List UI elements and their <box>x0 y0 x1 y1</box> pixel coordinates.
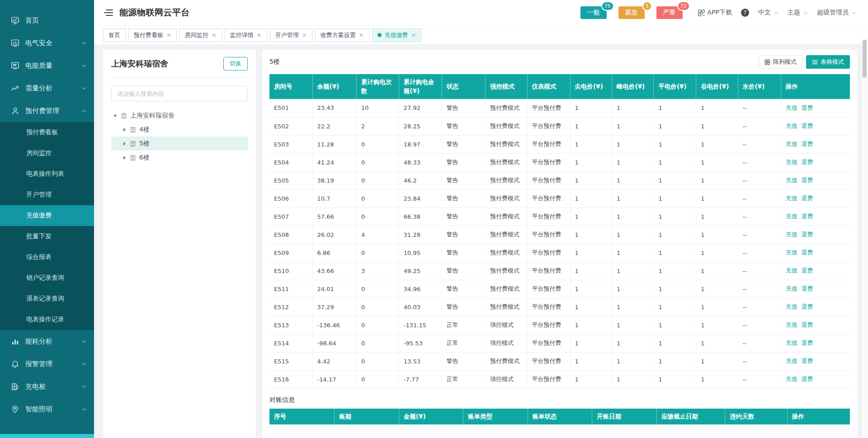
tree-search-input[interactable] <box>111 86 248 101</box>
sidebar-item-能耗分析[interactable]: 能耗分析 <box>0 330 94 353</box>
action-充值[interactable]: 充值 <box>786 285 797 292</box>
tab-收费方案设置[interactable]: 收费方案设置× <box>315 28 369 42</box>
cell-water: -- <box>738 316 781 334</box>
action-退费[interactable]: 退费 <box>802 339 813 346</box>
cell-valley: 1 <box>696 334 738 352</box>
action-充值[interactable]: 充值 <box>786 231 797 238</box>
sidebar-item-充电桩[interactable]: 充电桩 <box>0 375 94 398</box>
action-充值[interactable]: 充值 <box>786 141 797 147</box>
action-退费[interactable]: 退费 <box>802 141 813 147</box>
cell-amount: 27.92 <box>399 99 442 117</box>
action-充值[interactable]: 充值 <box>786 177 797 184</box>
submenu-item-预付费看板[interactable]: 预付费看板 <box>0 122 94 143</box>
action-充值[interactable]: 充值 <box>786 195 797 202</box>
tab-房间监控[interactable]: 房间监控× <box>179 28 222 42</box>
tab-预付费看板[interactable]: 预付费看板× <box>128 28 177 42</box>
alarm-badge-严重[interactable]: 严重73 <box>656 6 683 19</box>
tree-node-6楼[interactable]: 6楼 <box>111 151 248 165</box>
menu-collapse-icon[interactable] <box>104 9 113 16</box>
tree-node-root[interactable]: 上海安科瑞宿舍 <box>111 108 248 122</box>
close-icon[interactable]: × <box>257 32 262 38</box>
action-退费[interactable]: 退费 <box>802 321 813 328</box>
submenu-item-电表操作记录[interactable]: 电表操作记录 <box>0 309 94 330</box>
action-充值[interactable]: 充值 <box>786 159 797 165</box>
view-mode-阵列模式[interactable]: 阵列模式 <box>759 55 802 69</box>
action-退费[interactable]: 退费 <box>802 267 813 274</box>
sidebar-item-电能质量[interactable]: 电能质量 <box>0 54 94 77</box>
action-充值[interactable]: 充值 <box>786 303 797 310</box>
action-退费[interactable]: 退费 <box>802 358 813 364</box>
close-icon[interactable]: × <box>411 32 416 38</box>
action-退费[interactable]: 退费 <box>802 231 813 238</box>
close-icon[interactable]: × <box>212 32 217 38</box>
action-充值[interactable]: 充值 <box>786 122 797 129</box>
action-退费[interactable]: 退费 <box>802 122 813 129</box>
cell-valley: 1 <box>696 99 738 117</box>
tree-node-5楼[interactable]: 5楼 <box>111 137 248 151</box>
submenu-item-电表操作列表[interactable]: 电表操作列表 <box>0 164 94 184</box>
close-icon[interactable]: × <box>166 32 171 38</box>
submenu-item-充值缴费[interactable]: 充值缴费 <box>0 205 94 226</box>
tab-开户管理[interactable]: 开户管理× <box>270 28 312 42</box>
sidebar-item-电气安全[interactable]: 电气安全 <box>0 32 94 54</box>
close-icon[interactable]: × <box>302 32 307 38</box>
action-退费[interactable]: 退费 <box>802 177 813 184</box>
tree-node-4楼[interactable]: 4楼 <box>111 122 248 137</box>
action-退费[interactable]: 退费 <box>802 104 813 111</box>
action-退费[interactable]: 退费 <box>802 249 813 256</box>
action-充值[interactable]: 充值 <box>786 213 797 220</box>
theme-selector[interactable]: 主题 <box>788 9 808 17</box>
cell-water: -- <box>738 334 781 352</box>
action-充值[interactable]: 充值 <box>786 358 797 364</box>
cell-status: 警告 <box>442 244 485 262</box>
alarm-badges: 一般75紧急3严重73 <box>580 6 683 19</box>
action-充值[interactable]: 充值 <box>786 339 797 346</box>
submenu-item-综合报表[interactable]: 综合报表 <box>0 247 94 268</box>
alarm-badge-一般[interactable]: 一般75 <box>580 6 607 19</box>
sidebar-item-首页[interactable]: 首页 <box>0 9 94 32</box>
tab-label: 首页 <box>108 31 120 39</box>
action-退费[interactable]: 退费 <box>802 213 813 220</box>
action-退费[interactable]: 退费 <box>802 303 813 310</box>
switch-building-button[interactable]: 切换 <box>223 57 248 71</box>
table-row: E513-136.460-131.15正常强控模式平台预付费1111--充值退费 <box>269 316 850 334</box>
submenu-item-房间监控[interactable]: 房间监控 <box>0 143 94 164</box>
submenu-item-退表记录查询[interactable]: 退表记录查询 <box>0 288 94 309</box>
action-退费[interactable]: 退费 <box>802 159 813 165</box>
submenu-item-开户管理[interactable]: 开户管理 <box>0 184 94 205</box>
cell-water: -- <box>738 189 781 207</box>
cell-count: 0 <box>357 207 399 226</box>
action-充值[interactable]: 充值 <box>786 321 797 328</box>
cell-sharp: 1 <box>570 99 612 117</box>
action-充值[interactable]: 充值 <box>786 267 797 274</box>
sidebar-item-预付费管理[interactable]: 预付费管理 <box>0 99 94 122</box>
cell-flat: 1 <box>654 135 696 153</box>
scrollbar-thumb[interactable] <box>863 40 867 78</box>
view-mode-表格模式[interactable]: 表格模式 <box>806 55 850 69</box>
action-退费[interactable]: 退费 <box>802 376 813 382</box>
cell-sharp: 1 <box>570 226 612 244</box>
tab-充值缴费[interactable]: 充值缴费× <box>372 28 422 42</box>
action-充值[interactable]: 充值 <box>786 104 797 111</box>
sidebar-item-智能照明[interactable]: 智能照明 <box>0 398 94 420</box>
action-退费[interactable]: 退费 <box>802 285 813 292</box>
tab-监控详情[interactable]: 监控详情× <box>225 28 267 42</box>
action-充值[interactable]: 充值 <box>786 249 797 256</box>
help-icon[interactable]: ? <box>741 9 749 17</box>
active-tab-dot-icon <box>377 33 382 37</box>
action-退费[interactable]: 退费 <box>802 195 813 202</box>
action-充值[interactable]: 充值 <box>786 376 797 382</box>
alarm-badge-紧急[interactable]: 紧急3 <box>618 6 645 19</box>
language-selector[interactable]: 中文 <box>758 9 778 17</box>
user-menu[interactable]: 超级管理员 <box>817 9 856 17</box>
app-download-link[interactable]: APP下载 <box>698 9 732 17</box>
submenu-item-批量下发[interactable]: 批量下发 <box>0 226 94 247</box>
tab-首页[interactable]: 首页 <box>103 28 126 42</box>
close-icon[interactable]: × <box>359 32 364 38</box>
submenu-item-销户记录查询[interactable]: 销户记录查询 <box>0 268 94 288</box>
cell-actions: 充值退费 <box>781 298 850 316</box>
sidebar-item-label: 首页 <box>25 16 39 25</box>
sidebar-item-报警管理[interactable]: 报警管理 <box>0 353 94 375</box>
sidebar-item-需量分析[interactable]: 需量分析 <box>0 77 94 99</box>
cell-flat: 1 <box>654 316 696 334</box>
